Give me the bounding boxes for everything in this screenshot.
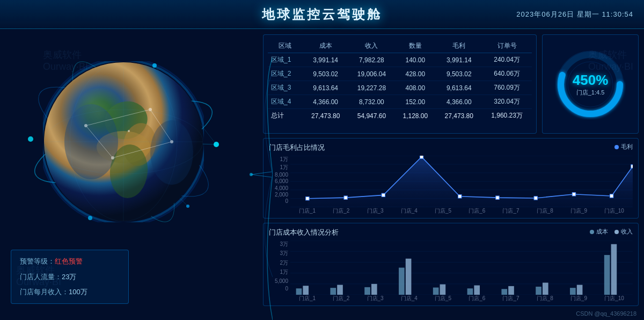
svg-rect-53 bbox=[496, 196, 499, 199]
bar-chart-legend: 成本 收入 bbox=[590, 228, 633, 236]
bar-y-labels: 3万 3万 2万 1万 5,000 0 bbox=[269, 241, 290, 292]
bar-chart-svg bbox=[290, 241, 633, 295]
table-cell: 3,991.14 bbox=[303, 53, 349, 67]
col-header-revenue: 收入 bbox=[349, 39, 395, 53]
line-chart-legend: 毛利 bbox=[614, 143, 633, 151]
svg-rect-73 bbox=[440, 285, 446, 295]
line-chart-area: 1万 1万 8,000 6,000 4,000 2,000 0 bbox=[269, 156, 633, 215]
line-legend-dot bbox=[614, 145, 619, 149]
warning-value: 红色预警 bbox=[55, 257, 83, 265]
table-cell: 428.00 bbox=[394, 67, 436, 81]
svg-rect-49 bbox=[344, 196, 347, 199]
table-cell: 4,366.00 bbox=[436, 95, 482, 109]
table-cell: 640.06万 bbox=[482, 67, 532, 81]
table-cell: 区域_2 bbox=[268, 67, 303, 81]
svg-rect-54 bbox=[534, 197, 537, 200]
table-row: 区域_13,991.147,982.28140.003,991.14240.04… bbox=[268, 53, 532, 67]
svg-rect-68 bbox=[364, 287, 370, 295]
bar-legend-revenue-dot bbox=[614, 230, 619, 234]
col-header-cost: 成本 bbox=[303, 39, 349, 53]
svg-point-35 bbox=[128, 130, 130, 132]
svg-rect-69 bbox=[371, 284, 377, 295]
table-cell: 区域_3 bbox=[268, 81, 303, 95]
col-header-region: 区域 bbox=[268, 39, 303, 53]
svg-point-32 bbox=[149, 108, 152, 111]
line-chart-title: 门店毛利占比情况 bbox=[269, 143, 633, 152]
table-row: 区域_44,366.008,732.00152.004,366.00320.04… bbox=[268, 95, 532, 109]
bar-chart-title: 门店成本收入情况分析 bbox=[269, 228, 633, 237]
table-cell: 19,227.28 bbox=[349, 81, 395, 95]
right-panel: 区域 成本 收入 数量 毛利 订单号 区域_13,991.147,982.281… bbox=[258, 29, 644, 320]
table-cell: 54,947.60 bbox=[349, 109, 395, 123]
table-cell: 1,960.23万 bbox=[482, 109, 532, 123]
bar-x-labels: 门店_1 门店_2 门店_3 门店_4 门店_5 门店_6 门店_7 门店_8 … bbox=[290, 295, 633, 302]
bar-chart-section: 门店成本收入情况分析 成本 收入 3万 3万 2万 1万 5,000 0 bbox=[263, 223, 639, 306]
donut-percent: 450% bbox=[573, 72, 609, 89]
revenue-row: 门店每月收入：100万 bbox=[20, 287, 120, 297]
donut-chart-wrap: 450% 门店_1:4.5 bbox=[542, 34, 639, 134]
line-legend-label: 毛利 bbox=[621, 143, 633, 151]
svg-point-33 bbox=[170, 140, 173, 143]
table-cell: 9,613.64 bbox=[303, 81, 349, 95]
table-cell: 3,991.14 bbox=[436, 53, 482, 67]
revenue-value: 100万 bbox=[69, 288, 87, 296]
data-table-wrap: 区域 成本 收入 数量 毛利 订单号 区域_13,991.147,982.281… bbox=[263, 34, 537, 134]
svg-rect-80 bbox=[570, 288, 576, 295]
table-cell: 240.04万 bbox=[482, 53, 532, 67]
svg-rect-77 bbox=[508, 286, 514, 295]
traffic-row: 门店人流量：23万 bbox=[20, 272, 120, 282]
datetime-display: 2023年06月26日 星期一 11:30:54 bbox=[516, 10, 633, 19]
table-cell: 140.00 bbox=[394, 53, 436, 67]
table-cell: 408.00 bbox=[394, 81, 436, 95]
traffic-value: 23万 bbox=[62, 273, 76, 281]
table-cell: 27,473.80 bbox=[303, 109, 349, 123]
table-cell: 区域_1 bbox=[268, 53, 303, 67]
table-body: 区域_13,991.147,982.28140.003,991.14240.04… bbox=[268, 53, 532, 123]
warning-row: 预警等级：红色预警 bbox=[20, 257, 120, 266]
revenue-label: 门店每月收入： bbox=[20, 288, 69, 296]
svg-rect-75 bbox=[474, 285, 480, 295]
globe-sphere bbox=[43, 61, 204, 222]
svg-rect-71 bbox=[406, 259, 412, 295]
warning-label: 预警等级： bbox=[20, 257, 55, 265]
svg-point-34 bbox=[111, 156, 114, 159]
line-chart-section: 门店毛利占比情况 毛利 1万 1万 8,000 6,000 4,000 2,00… bbox=[263, 138, 639, 219]
svg-rect-66 bbox=[330, 288, 336, 295]
svg-rect-83 bbox=[611, 244, 617, 295]
svg-rect-70 bbox=[399, 268, 405, 295]
table-cell: 320.04万 bbox=[482, 95, 532, 109]
svg-rect-76 bbox=[501, 289, 507, 295]
bar-legend-cost-dot bbox=[590, 230, 594, 234]
svg-rect-56 bbox=[610, 194, 613, 198]
table-cell: 152.00 bbox=[394, 95, 436, 109]
bar-legend-revenue-label: 收入 bbox=[621, 228, 633, 236]
bar-legend-cost-label: 成本 bbox=[596, 228, 608, 236]
data-table: 区域 成本 收入 数量 毛利 订单号 区域_13,991.147,982.281… bbox=[268, 39, 532, 122]
top-section: 区域 成本 收入 数量 毛利 订单号 区域_13,991.147,982.281… bbox=[263, 34, 639, 134]
svg-rect-65 bbox=[303, 286, 309, 295]
svg-rect-51 bbox=[420, 156, 423, 158]
table-cell: 8,732.00 bbox=[349, 95, 395, 109]
svg-rect-52 bbox=[458, 195, 462, 198]
table-row: 区域_39,613.6419,227.28408.009,613.64760.0… bbox=[268, 81, 532, 95]
col-header-order: 订单号 bbox=[482, 39, 532, 53]
svg-rect-55 bbox=[572, 193, 575, 196]
table-cell: 区域_4 bbox=[268, 95, 303, 109]
table-cell: 27,473.80 bbox=[436, 109, 482, 123]
left-panel: 预警等级：红色预警 门店人流量：23万 门店每月收入：100万 bbox=[0, 29, 268, 320]
svg-point-4 bbox=[28, 136, 33, 142]
svg-rect-72 bbox=[433, 288, 439, 295]
header: 地球监控云驾驶舱 2023年06月26日 星期一 11:30:54 bbox=[0, 0, 644, 29]
table-header-row: 区域 成本 收入 数量 毛利 订单号 bbox=[268, 39, 532, 53]
svg-rect-48 bbox=[306, 197, 309, 200]
table-cell: 760.09万 bbox=[482, 81, 532, 95]
svg-rect-82 bbox=[604, 255, 610, 295]
svg-point-31 bbox=[84, 124, 87, 127]
col-header-qty: 数量 bbox=[394, 39, 436, 53]
table-cell: 9,503.02 bbox=[436, 67, 482, 81]
globe-container bbox=[11, 34, 236, 249]
line-x-labels: 门店_1 门店_2 门店_3 门店_4 门店_5 门店_6 门店_7 门店_8 … bbox=[290, 207, 633, 215]
svg-rect-78 bbox=[536, 287, 541, 295]
table-cell: 9,503.02 bbox=[303, 67, 349, 81]
svg-rect-67 bbox=[337, 285, 343, 295]
